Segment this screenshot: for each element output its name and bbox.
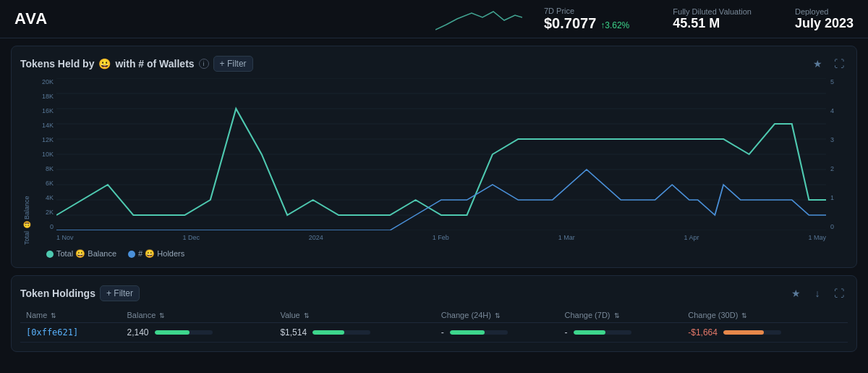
chart-title: Tokens Held by <box>20 58 94 70</box>
deployed-value: July 2023 <box>795 16 854 31</box>
cell-name: [0xffe621] <box>20 323 122 343</box>
price-change: ↑3.62% <box>600 20 629 30</box>
col-change30d[interactable]: Change (30D) ⇅ <box>682 308 848 323</box>
main-content: Tokens Held by 😀 with # of Wallets i + F… <box>0 38 868 373</box>
legend-dot-holders <box>128 251 135 258</box>
table-expand-button[interactable]: ⛶ <box>830 285 848 302</box>
header: AVA 7D Price $0.7077 ↑3.62% Fully Dilute… <box>0 0 868 38</box>
table-header: Name ⇅ Balance ⇅ Value ⇅ Change (24H) ⇅ … <box>20 308 848 323</box>
cell-change24h: - <box>435 323 559 343</box>
col-change24h[interactable]: Change (24H) ⇅ <box>435 308 559 323</box>
col-balance[interactable]: Balance ⇅ <box>122 308 275 323</box>
chart-legend: Total 😀 Balance # 😀 Holders <box>20 249 848 259</box>
table-section-header: Token Holdings + Filter ★ ↓ ⛶ <box>20 285 848 302</box>
token-holdings-section: Token Holdings + Filter ★ ↓ ⛶ Name ⇅ Bal… <box>11 275 857 352</box>
price-section: 7D Price $0.7077 ↑3.62% <box>544 7 629 32</box>
price-label: 7D Price <box>544 7 574 15</box>
chart-plot <box>56 78 826 230</box>
legend-item-holders: # 😀 Holders <box>128 249 184 259</box>
x-axis: 1 Nov 1 Dec 2024 1 Feb 1 Mar 1 Apr 1 May <box>56 230 826 245</box>
fdv-label: Fully Diluted Valuation <box>673 7 752 16</box>
chart-with-text: with # of Wallets <box>115 58 194 70</box>
deployed-section: Deployed July 2023 <box>795 7 854 31</box>
table-title: Token Holdings <box>20 288 95 299</box>
legend-dot-balance <box>46 251 54 258</box>
table-filter-button[interactable]: + Filter <box>100 285 140 301</box>
info-icon[interactable]: i <box>199 59 209 69</box>
chart-star-button[interactable]: ★ <box>809 55 826 72</box>
chart-filter-button[interactable]: + Filter <box>213 56 253 72</box>
chart-emoji1: 😀 <box>98 58 111 70</box>
chart-expand-button[interactable]: ⛶ <box>830 55 848 72</box>
fdv-section: Fully Diluted Valuation 45.51 M <box>673 7 752 31</box>
sparkline-chart <box>435 4 522 33</box>
chart-section-header: Tokens Held by 😀 with # of Wallets i + F… <box>20 55 848 72</box>
chart-container: Total 😀 Balance 20K 18K 16K 14K 12K 10K … <box>20 78 848 245</box>
cell-change30d: -$1,664 <box>682 323 848 343</box>
chart-inner: 20K 18K 16K 14K 12K 10K 8K 6K 4K 2K 0 <box>30 78 848 245</box>
y-axis-right: 5 4 3 2 1 0 <box>827 78 848 230</box>
table-actions: ★ ↓ ⛶ <box>787 285 848 302</box>
cell-value: $1,514 <box>274 323 435 343</box>
col-value[interactable]: Value ⇅ <box>274 308 435 323</box>
chart-section: Tokens Held by 😀 with # of Wallets i + F… <box>11 46 857 268</box>
token-holdings-table: Name ⇅ Balance ⇅ Value ⇅ Change (24H) ⇅ … <box>20 308 848 343</box>
app-logo: AVA <box>14 9 48 28</box>
cell-change7d: - <box>559 323 683 343</box>
y-axis-left: 20K 18K 16K 14K 12K 10K 8K 6K 4K 2K 0 <box>30 78 56 230</box>
chart-svg <box>56 78 826 230</box>
fdv-value: 45.51 M <box>673 16 720 31</box>
legend-item-balance: Total 😀 Balance <box>46 249 116 259</box>
chart-actions: ★ ⛶ <box>809 55 848 72</box>
table-star-button[interactable]: ★ <box>787 285 804 302</box>
price-value: $0.7077 <box>544 15 596 32</box>
table-download-button[interactable]: ↓ <box>809 285 826 302</box>
deployed-label: Deployed <box>795 7 828 16</box>
cell-balance: 2,140 <box>122 323 275 343</box>
table-row: [0xffe621] 2,140 $1,514 <box>20 323 848 343</box>
y-axis-label: Total 😀 Balance <box>20 78 30 245</box>
col-name[interactable]: Name ⇅ <box>20 308 122 323</box>
col-change7d[interactable]: Change (7D) ⇅ <box>559 308 683 323</box>
